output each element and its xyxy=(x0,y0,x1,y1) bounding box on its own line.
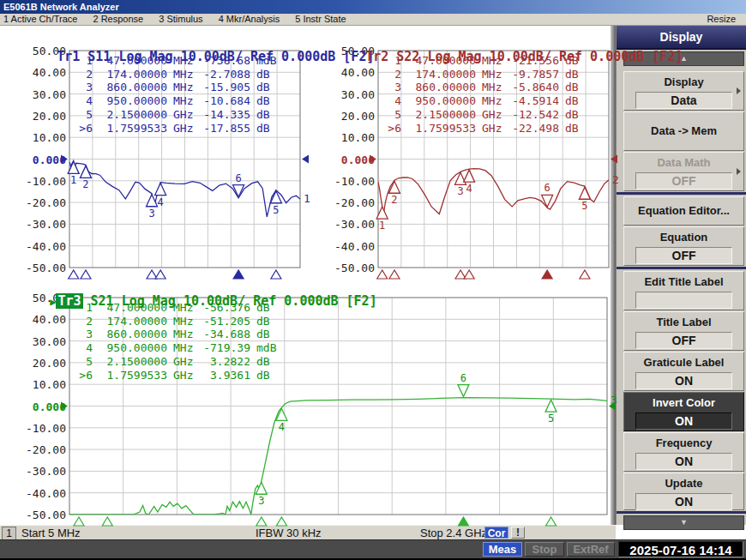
y-axis-label: -10.00 xyxy=(4,175,66,188)
marker-number-label: 4 xyxy=(466,183,472,195)
marker-vunit: dB xyxy=(256,328,270,340)
marker-freq: 860.00000 xyxy=(99,81,167,93)
marker-number-label: 6 xyxy=(544,182,550,194)
marker-val: 3.9361 xyxy=(199,369,250,382)
sweep-stop-badge: Stop xyxy=(525,542,564,557)
active-marker-axis-triangle xyxy=(458,517,468,526)
menu-item-mkr-analysis[interactable]: 4 Mkr/Analysis xyxy=(219,14,280,25)
marker-number-label: 6 xyxy=(235,172,241,184)
marker-freq: 1.7599533 xyxy=(99,122,167,135)
sidebar-divider xyxy=(617,511,746,514)
marker-num: 4 xyxy=(382,94,401,107)
softkey-value xyxy=(635,292,732,309)
y-axis-label: -30.00 xyxy=(4,465,66,478)
marker-table-row: 4950.00000MHz-10.684dB xyxy=(74,94,270,107)
marker-funit: GHz xyxy=(482,108,508,121)
marker-table-row: 52.1500000GHz-14.335dB xyxy=(74,108,270,121)
y-axis-label: 0.000 xyxy=(4,154,66,166)
softkey-graticule-label[interactable]: Graticule LabelON xyxy=(623,352,744,391)
softkey-equation[interactable]: EquationOFF xyxy=(623,226,744,266)
marker-num: 3 xyxy=(382,81,401,93)
marker-triangle xyxy=(542,195,553,207)
y-axis-label: 0.000 xyxy=(313,154,375,166)
marker-freq: 950.00000 xyxy=(408,94,476,107)
marker-funit: MHz xyxy=(173,94,199,107)
marker-table-row: >61.7599533GHz-22.498dB xyxy=(382,122,579,135)
menu-item-instr-state[interactable]: 5 Instr State xyxy=(295,14,346,25)
menu-item-response[interactable]: 2 Response xyxy=(93,14,143,25)
marker-axis-triangle xyxy=(74,517,84,526)
softkey-data-mem[interactable]: Data -> Mem xyxy=(623,111,744,151)
meas-status-badge: Meas xyxy=(483,542,522,557)
y-axis-label: -40.00 xyxy=(313,240,375,253)
marker-vunit: dB xyxy=(256,355,270,368)
marker-vunit: dB xyxy=(256,108,270,121)
marker-vunit: mdB xyxy=(256,341,276,354)
softkey-update[interactable]: UpdateON xyxy=(623,473,744,510)
softkey-equation-editor[interactable]: Equation Editor... xyxy=(623,196,744,226)
instrument-status-bar: Meas Stop ExtRef 2025-07-16 14:14 xyxy=(0,539,746,560)
active-marker-axis-triangle xyxy=(542,270,552,279)
softkey-label: Update xyxy=(624,473,743,491)
trace-number-label: 3 xyxy=(611,394,617,406)
sidebar-divider xyxy=(617,267,746,269)
y-axis-label: -30.00 xyxy=(4,218,66,231)
instrument-screen: E5061B Network Analyzer 1 Active Ch/Trac… xyxy=(0,0,746,560)
marker-vunit: dB xyxy=(256,81,270,93)
menu-item-active-ch-trace[interactable]: 1 Active Ch/Trace xyxy=(3,14,77,25)
softkey-label: Edit Title Label xyxy=(624,272,743,289)
y-axis-label: 10.00 xyxy=(313,131,375,144)
marker-vunit: dB xyxy=(565,108,579,121)
softkey-title-label[interactable]: Title LabelOFF xyxy=(623,311,744,351)
softkey-label: Equation xyxy=(624,227,743,244)
softkey-edit-title-label[interactable]: Edit Title Label xyxy=(623,271,744,310)
y-axis-label: 0.000 xyxy=(4,400,66,413)
sidebar-scroll-down-button[interactable]: ▼ xyxy=(623,515,744,530)
marker-axis-triangle xyxy=(256,517,267,526)
marker-num: 4 xyxy=(74,94,93,107)
menu-item-stimulus[interactable]: 3 Stimulus xyxy=(159,14,202,25)
y-axis-label: -50.00 xyxy=(4,509,66,521)
marker-triangle xyxy=(155,184,166,196)
y-axis-label: 20.00 xyxy=(4,357,66,370)
sidebar-divider xyxy=(617,192,746,195)
marker-num: 5 xyxy=(74,355,93,368)
marker-val: 3.2822 xyxy=(199,355,250,368)
marker-table-row: 52.1500000GHz3.2822dB xyxy=(74,355,270,368)
marker-triangle xyxy=(458,385,469,397)
y-axis-label: -50.00 xyxy=(313,262,375,274)
marker-num: 3 xyxy=(74,328,93,340)
ref-level-arrow-right xyxy=(611,155,617,164)
softkey-label: Frequency xyxy=(624,433,743,450)
y-axis-label: -20.00 xyxy=(4,196,66,209)
softkey-label: Invert Color xyxy=(624,393,743,410)
menu-item-resize[interactable]: Resize xyxy=(707,14,736,25)
marker-number-label: 4 xyxy=(158,196,164,208)
marker-val: -14.335 xyxy=(199,108,250,121)
marker-val: -34.688 xyxy=(199,328,250,340)
marker-number-label: 2 xyxy=(82,178,88,190)
marker-num: >6 xyxy=(382,122,401,135)
trace-number-label: 2 xyxy=(612,173,619,186)
marker-freq: 950.00000 xyxy=(99,94,167,107)
marker-table-row: 3860.00000MHz-34.688dB xyxy=(74,328,270,340)
marker-table-row: 4950.00000MHz-719.39mdB xyxy=(74,341,276,354)
softkey-value: OFF xyxy=(635,172,732,190)
marker-freq: 860.00000 xyxy=(408,81,476,93)
marker-val: -15.905 xyxy=(199,81,250,93)
marker-freq: 2.1500000 xyxy=(99,108,167,121)
marker-vunit: dB xyxy=(256,369,270,382)
marker-num: 3 xyxy=(74,81,93,93)
marker-funit: GHz xyxy=(173,122,199,135)
marker-vunit: dB xyxy=(565,94,579,107)
y-axis-label: -20.00 xyxy=(313,196,375,209)
marker-axis-triangle xyxy=(546,517,556,526)
marker-freq: 2.1500000 xyxy=(99,355,167,368)
channel-number-badge: 1 xyxy=(2,527,16,540)
tr3-active-badge[interactable]: Tr3 xyxy=(56,293,82,309)
y-axis-label: -40.00 xyxy=(4,487,66,500)
marker-number-label: 3 xyxy=(457,185,463,197)
marker-num: 4 xyxy=(74,341,93,354)
softkey-invert-color[interactable]: Invert ColorON xyxy=(623,392,744,431)
softkey-frequency[interactable]: FrequencyON xyxy=(623,432,744,472)
